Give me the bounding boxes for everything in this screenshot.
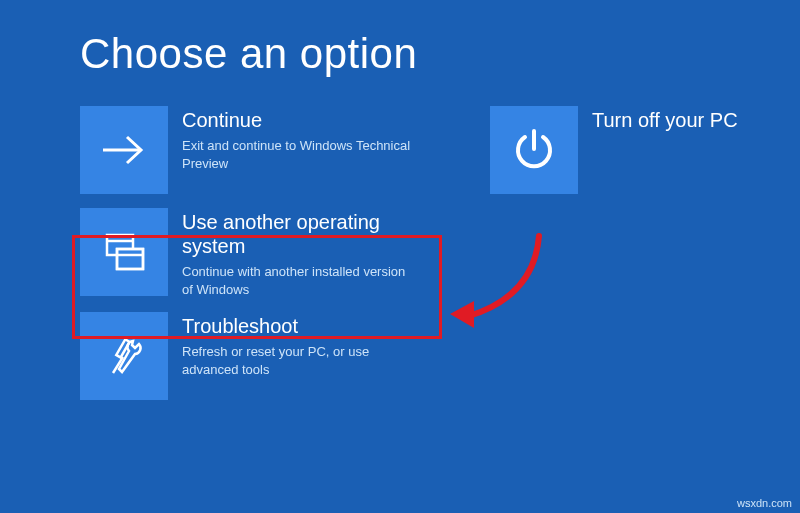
turn-off-label: Turn off your PC [592,108,738,132]
tools-icon [80,312,168,400]
troubleshoot-desc: Refresh or reset your PC, or use advance… [182,343,412,378]
continue-desc: Exit and continue to Windows Technical P… [182,137,412,172]
use-another-desc: Continue with another installed version … [182,263,412,298]
left-column: Continue Exit and continue to Windows Te… [80,106,430,400]
troubleshoot-tile[interactable]: Troubleshoot Refresh or reset your PC, o… [80,312,430,400]
power-icon [490,106,578,194]
windows-icon [80,208,168,296]
continue-label: Continue [182,108,412,132]
use-another-os-tile[interactable]: Use another operating system Continue wi… [80,208,430,298]
use-another-label: Use another operating system [182,210,430,258]
arrow-right-icon [80,106,168,194]
continue-tile[interactable]: Continue Exit and continue to Windows Te… [80,106,430,194]
page-title: Choose an option [80,30,800,78]
watermark: wsxdn.com [737,497,792,509]
options-container: Continue Exit and continue to Windows Te… [80,106,800,400]
svg-rect-3 [117,249,143,269]
troubleshoot-label: Troubleshoot [182,314,412,338]
turn-off-tile[interactable]: Turn off your PC [490,106,800,194]
right-column: Turn off your PC [490,106,800,194]
